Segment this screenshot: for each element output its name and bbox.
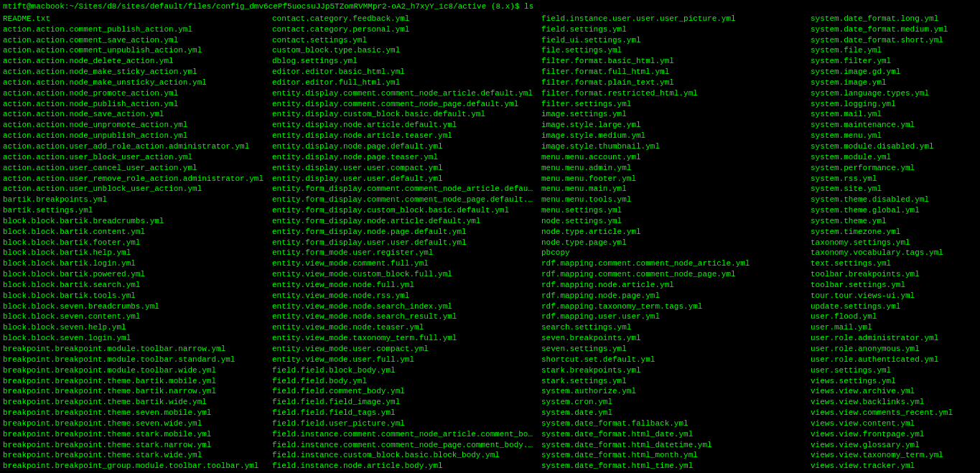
list-item: action.action.node_delete_action.yml — [3, 56, 266, 67]
terminal: mtift@macbook:~/Sites/d8/sites/default/f… — [0, 0, 980, 473]
list-item: system.image.gd.yml — [811, 67, 971, 78]
list-item: entity.display.node.page.default.yml — [272, 141, 536, 152]
list-item: field.instance.custom_block.basic.block_… — [272, 450, 536, 461]
list-item: entity.form_display.comment.comment_node… — [272, 184, 536, 195]
list-item: pbcopy — [541, 248, 805, 258]
list-item: breakpoint.breakpoint.theme.seven.mobile… — [3, 408, 266, 418]
list-item: field.instance.comment.comment_node_arti… — [272, 429, 536, 440]
list-item: image.style.thumbnail.yml — [541, 141, 805, 152]
list-item: user.role.anonymous.yml — [811, 344, 971, 355]
list-item: views.view.frontpage.yml — [811, 429, 971, 440]
list-item: entity.view_mode.custom_block.full.yml — [272, 269, 536, 280]
list-item: action.action.user_unblock_user_action.y… — [3, 184, 266, 195]
list-item: contact.category.personal.yml — [272, 24, 536, 35]
list-item: field.field.field_tags.yml — [272, 408, 536, 418]
list-item: system.theme.global.yml — [811, 205, 971, 216]
column-4: system.date_format.long.ymlsystem.date_f… — [811, 14, 977, 473]
list-item: bartik.breakpoints.yml — [3, 195, 266, 205]
list-item: entity.form_display.comment.comment_node… — [272, 195, 536, 205]
list-item: block.block.bartik.help.yml — [3, 248, 266, 258]
list-item: breakpoint.breakpoint.theme.bartik.mobil… — [3, 376, 266, 387]
list-item: entity.display.node.article.default.yml — [272, 120, 536, 131]
list-item: entity.view_mode.node.full.yml — [272, 280, 536, 291]
list-item: menu.settings.yml — [541, 205, 805, 216]
list-item: file.settings.yml — [541, 45, 805, 56]
list-item: system.date_format.html_date.yml — [541, 429, 805, 440]
list-item: system.module.yml — [811, 152, 971, 163]
list-item: filter.settings.yml — [541, 99, 805, 110]
list-item: breakpoint.breakpoint.theme.stark.wide.y… — [3, 450, 266, 461]
list-item: editor.editor.full_html.yml — [272, 78, 536, 88]
list-item: action.action.user_remove_role_action.ad… — [3, 174, 266, 184]
list-item: system.performance.yml — [811, 163, 971, 174]
list-item: views.view.tracker.yml — [811, 461, 971, 472]
list-item: menu.menu.tools.yml — [541, 195, 805, 205]
list-item: rdf.mapping.taxonomy_term.tags.yml — [541, 301, 805, 312]
list-item: system.rss.yml — [811, 174, 971, 184]
list-item: action.action.node_make_sticky_action.ym… — [3, 67, 266, 78]
list-item: system.timezone.yml — [811, 227, 971, 238]
list-item: entity.display.node.page.teaser.yml — [272, 152, 536, 163]
list-item: block.block.bartik.content.yml — [3, 227, 266, 238]
list-item: block.block.bartik.powered.yml — [3, 269, 266, 280]
list-item: action.action.comment_unpublish_action.y… — [3, 45, 266, 56]
list-item: system.date_format.medium.yml — [811, 24, 971, 35]
list-item: system.language.types.yml — [811, 88, 971, 99]
list-item: breakpoint.breakpoint.module.toolbar.nar… — [3, 344, 266, 355]
list-item: entity.form_display.node.page.default.ym… — [272, 227, 536, 238]
list-item: block.block.bartik.breadcrumbs.yml — [3, 216, 266, 227]
list-item: entity.display.user.user.compact.yml — [272, 163, 536, 174]
list-item: system.date_format.html_month.yml — [541, 450, 805, 461]
list-item: block.block.bartik.login.yml — [3, 258, 266, 269]
file-listing: README.txtaction.action.comment_publish_… — [3, 14, 977, 473]
list-item: views.view.glossary.yml — [811, 440, 971, 451]
list-item: block.block.seven.content.yml — [3, 312, 266, 322]
list-item: menu.menu.footer.yml — [541, 174, 805, 184]
list-item: action.action.user_cancel_user_action.ym… — [3, 163, 266, 174]
list-item: custom_block.type.basic.yml — [272, 45, 536, 56]
list-item: update.settings.yml — [811, 301, 971, 312]
list-item: node.type.article.yml — [541, 227, 805, 238]
list-item: entity.view_mode.node.search_result.yml — [272, 312, 536, 322]
list-item: breakpoint.breakpoint.theme.seven.wide.y… — [3, 418, 266, 429]
list-item: entity.view_mode.node.rss.yml — [272, 291, 536, 301]
list-item: user.mail.yml — [811, 322, 971, 333]
column-3: field.instance.user.user.user_picture.ym… — [541, 14, 811, 473]
list-item: block.block.seven.login.yml — [3, 333, 266, 344]
list-item: user.role.authenticated.yml — [811, 355, 971, 365]
list-item: entity.form_display.user.user.default.ym… — [272, 238, 536, 248]
list-item: filter.format.plain_text.yml — [541, 78, 805, 88]
list-item: entity.view_mode.node.teaser.yml — [272, 322, 536, 333]
list-item: node.settings.yml — [541, 216, 805, 227]
list-item: field.instance.comment.comment_node_page… — [272, 440, 536, 451]
list-item: views.view.archive.yml — [811, 386, 971, 397]
prompt-text: mtift@macbook:~/Sites/d8/sites/default/f… — [3, 2, 533, 11]
list-item: entity.view_mode.taxonomy_term.full.yml — [272, 333, 536, 344]
list-item: taxonomy.settings.yml — [811, 238, 971, 248]
list-item: action.action.comment_publish_action.yml — [3, 24, 266, 35]
list-item: system.maintenance.yml — [811, 120, 971, 131]
list-item: action.action.comment_save_action.yml — [3, 35, 266, 46]
list-item: dblog.settings.yml — [272, 56, 536, 67]
list-item: README.txt — [3, 14, 266, 24]
list-item: breakpoint.breakpoint_group.module.toolb… — [3, 461, 266, 472]
list-item: contact.category.feedback.yml — [272, 14, 536, 24]
list-item: system.cron.yml — [541, 397, 805, 408]
list-item: breakpoint.breakpoint.module.toolbar.sta… — [3, 355, 266, 365]
list-item: system.menu.yml — [811, 131, 971, 141]
list-item: action.action.node_save_action.yml — [3, 109, 266, 120]
list-item: system.logging.yml — [811, 99, 971, 110]
list-item: system.theme.yml — [811, 216, 971, 227]
list-item: image.settings.yml — [541, 109, 805, 120]
list-item: views.settings.yml — [811, 376, 971, 387]
list-item: image.style.medium.yml — [541, 131, 805, 141]
list-item: action.action.node_make_unsticky_action.… — [3, 78, 266, 88]
list-item: breakpoint.breakpoint.theme.stark.narrow… — [3, 440, 266, 451]
list-item: field.instance.node.article.body.yml — [272, 461, 536, 472]
list-item: system.date_format.long.yml — [811, 14, 971, 24]
list-item: rdf.mapping.comment.comment_node_article… — [541, 258, 805, 269]
list-item: entity.view_mode.node.search_index.yml — [272, 301, 536, 312]
list-item: user.settings.yml — [811, 365, 971, 376]
list-item: entity.view_mode.comment.full.yml — [272, 258, 536, 269]
list-item: views.view.backlinks.yml — [811, 397, 971, 408]
